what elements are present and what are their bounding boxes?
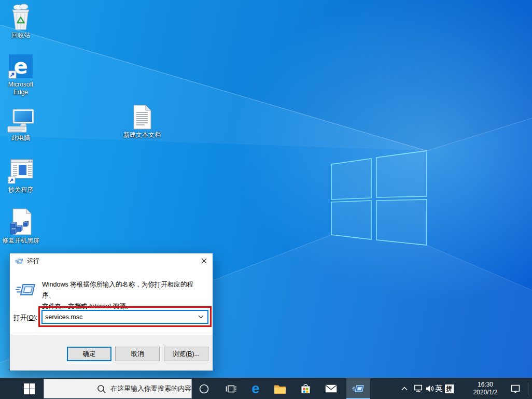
run-dialog-titlebar[interactable]: 运行 [10,253,213,268]
desktop-icon-label: 修复开机黑屏 [2,237,39,245]
open-label-post: ): [34,314,38,321]
open-combobox[interactable]: services.msc [41,310,208,324]
show-desktop-divider[interactable] [528,382,528,395]
open-label-mnemonic: O [29,314,34,321]
text-document-icon [132,105,152,130]
shortcut-arrow-overlay [9,71,16,78]
desktop-icon-label: 新建文本文档 [123,131,161,139]
clock-time: 16:30 [467,381,504,389]
taskbar-run-app-button-active[interactable] [346,378,370,399]
browse-button-label: 浏览(B)... [173,350,200,359]
edge-tile-icon: e [8,53,34,79]
cancel-button-label: 取消 [131,350,144,359]
dialog-title: 运行 [27,256,39,265]
mail-icon [325,384,337,393]
taskbar-edge-button[interactable]: e [249,378,262,399]
microsoft-store-icon [300,383,311,394]
tray-network-button[interactable] [413,378,424,399]
search-icon [97,384,106,394]
browse-label-post: )... [192,350,200,358]
description-line-1: Windows 将根据你所输入的名称，为你打开相应的程序、 [42,279,206,301]
cortana-button[interactable] [198,378,210,399]
cancel-button[interactable]: 取消 [115,347,160,361]
recycle-bin-icon [8,3,34,30]
desktop-icon-label: 此电脑 [11,134,30,142]
file-explorer-button[interactable] [273,378,287,399]
ime-mode-label: 拼 [446,384,453,393]
desktop-icon-this-pc[interactable]: 此电脑 [0,109,41,142]
mail-button[interactable] [324,378,338,399]
tray-show-hidden-icons-button[interactable] [400,378,409,399]
action-center-button[interactable] [510,378,521,399]
desktop-icon-label: 回收站 [11,32,30,39]
this-pc-icon [7,109,35,133]
run-dialog: 运行 Windows 将根据你所输入的名称，为你打开相应的程序、 文件夹、文档或… [9,253,213,371]
windows-start-icon [24,383,35,394]
open-field-label: 打开(O): [13,314,38,322]
clock-date: 2020/1/2 [467,389,504,396]
close-icon [201,258,207,264]
run-icon [352,382,365,395]
desktop-wallpaper: 回收站 e Microsoft Edge 此电脑 [0,0,532,378]
search-placeholder: 在这里输入你要搜索的内容 [110,379,191,398]
cortana-icon [199,384,209,394]
shortcut-arrow-overlay [8,177,15,183]
task-view-icon [226,384,236,393]
desktop-icon-label: Microsoft Edge [1,81,41,97]
close-button[interactable] [195,253,213,268]
run-icon [15,257,23,265]
desktop-icon-recycle-bin[interactable]: 回收站 [0,3,41,39]
tray-ime-language-button[interactable]: 英 [433,378,444,399]
edge-icon: e [251,382,259,396]
network-icon [413,384,423,393]
ime-language-label: 英 [435,384,442,393]
registry-file-icon [8,208,33,235]
taskbar-search-box[interactable]: 在这里输入你要搜索的内容 [44,379,192,398]
desktop-icon-quick-close-app[interactable]: 秒关程序 [0,159,41,194]
app-window-icon [7,159,34,184]
start-button[interactable] [0,378,44,399]
ok-button[interactable]: 确定 [67,347,111,361]
task-view-button[interactable] [225,378,237,399]
desktop-icon-label: 秒关程序 [8,186,33,194]
taskbar: 在这里输入你要搜索的内容 e [0,378,532,399]
windows-logo-watermark [331,151,427,245]
desktop-icon-fix-black-screen[interactable]: 修复开机黑屏 [0,208,41,245]
ok-button-label: 确定 [83,350,96,359]
desktop-icon-new-text-document[interactable]: 新建文本文档 [121,105,163,139]
chevron-down-icon [198,315,204,319]
file-explorer-icon [274,384,286,394]
desktop-icon-microsoft-edge[interactable]: e Microsoft Edge [0,53,41,97]
microsoft-store-button[interactable] [299,378,312,399]
tray-ime-mode-button[interactable]: 拼 [445,384,454,393]
run-icon-large [16,279,36,300]
action-center-icon [511,384,520,393]
open-label-pre: 打开( [13,314,29,321]
tray-clock[interactable]: 16:30 2020/1/2 [467,381,504,396]
browse-label-pre: 浏览( [173,350,188,358]
open-combobox-value: services.msc [43,314,198,321]
browse-button[interactable]: 浏览(B)... [164,347,208,361]
combobox-dropdown-button[interactable] [198,315,207,319]
chevron-up-icon [401,387,408,391]
